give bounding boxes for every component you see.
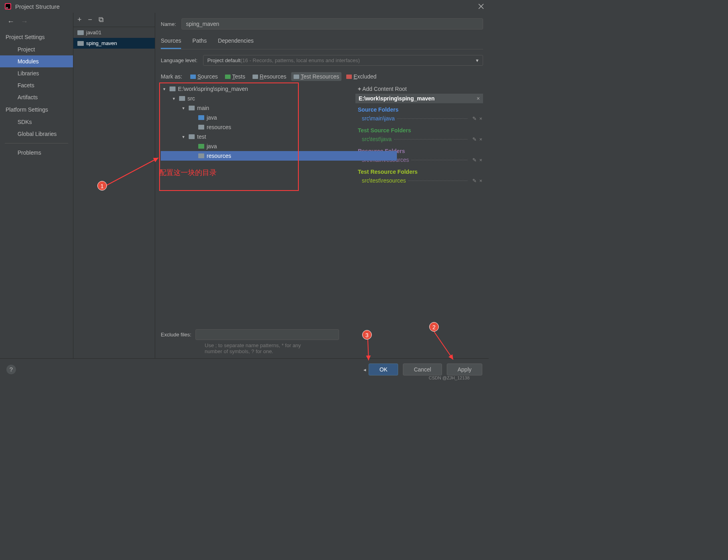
settings-sidebar: ← → Project Settings ProjectModulesLibra… <box>0 13 73 358</box>
folder-section: Test Source Folderssrc\test\java✎× <box>355 124 483 145</box>
sidebar-item-sdks[interactable]: SDKs <box>0 116 73 128</box>
mark-tests[interactable]: Tests <box>223 72 248 81</box>
add-content-root-button[interactable]: + Add Content Root <box>355 84 483 94</box>
module-item[interactable]: java01 <box>73 27 155 38</box>
edit-icon[interactable]: ✎ <box>472 157 477 163</box>
remove-root-icon[interactable]: × <box>477 95 480 102</box>
source-tree: ▾E:\work\spring\sping_maven▾src▾mainjava… <box>161 84 353 329</box>
edit-icon[interactable]: ✎ <box>472 116 477 122</box>
sidebar-item-libraries[interactable]: Libraries <box>0 67 73 79</box>
chevron-down-icon: ▾ <box>182 106 186 111</box>
language-level-label: Language level: <box>161 57 197 63</box>
folder-icon <box>189 134 195 139</box>
annotation-badge-3: 3 <box>362 330 372 340</box>
window-title: Project Structure <box>15 3 60 10</box>
copy-module-icon[interactable]: ⧉ <box>99 16 104 24</box>
modules-column: + − ⧉ java01sping_maven <box>73 13 155 358</box>
sidebar-item-global-libraries[interactable]: Global Libraries <box>0 128 73 140</box>
svg-rect-2 <box>6 8 8 8</box>
module-name-input[interactable] <box>182 18 483 29</box>
close-icon[interactable] <box>478 4 484 9</box>
tab-dependencies[interactable]: Dependencies <box>218 37 254 49</box>
chevron-down-icon: ▾ <box>476 57 479 63</box>
watermark: CSDN @ZJH_12138 <box>429 375 470 380</box>
content-root-path: E:\work\spring\sping_maven × <box>355 94 483 103</box>
ok-button[interactable]: OK <box>369 364 398 375</box>
module-tabs: SourcesPathsDependencies <box>161 37 483 49</box>
sidebar-item-modules[interactable]: Modules <box>0 55 73 67</box>
tree-row[interactable]: resources <box>161 151 397 161</box>
mark-excluded[interactable]: Excluded <box>344 72 379 81</box>
folder-icon <box>77 30 84 35</box>
tree-row[interactable]: ▾E:\work\spring\sping_maven <box>161 84 353 94</box>
exclude-hint: Use ; to separate name patterns, * for a… <box>161 342 483 358</box>
sidebar-item-problems[interactable]: Problems <box>0 147 73 159</box>
tree-row[interactable]: ▾test <box>161 132 353 141</box>
annotation-badge-2: 2 <box>429 322 439 332</box>
section-project-settings: Project Settings <box>0 31 73 43</box>
tree-row[interactable]: resources <box>161 122 353 132</box>
tree-row[interactable]: ▾main <box>161 103 353 113</box>
chevron-down-icon: ▾ <box>182 134 186 140</box>
folder-icon <box>294 75 299 79</box>
tab-paths[interactable]: Paths <box>192 37 207 49</box>
mark-resources[interactable]: Resources <box>250 72 289 81</box>
folder-icon <box>198 144 204 149</box>
folder-section: Test Resource Folderssrc\test\resources✎… <box>355 165 483 186</box>
app-icon <box>5 3 11 10</box>
tree-row[interactable]: java <box>161 113 353 122</box>
exclude-files-input[interactable] <box>195 329 339 340</box>
exclude-files-label: Exclude files: <box>161 332 191 338</box>
sidebar-item-facets[interactable]: Facets <box>0 79 73 91</box>
edit-icon[interactable]: ✎ <box>472 178 477 184</box>
chevron-down-icon: ▾ <box>163 86 167 92</box>
nav-back-icon[interactable]: ← <box>7 18 14 26</box>
sidebar-item-artifacts[interactable]: Artifacts <box>0 91 73 103</box>
sidebar-divider <box>5 143 68 143</box>
add-module-icon[interactable]: + <box>77 16 82 24</box>
folder-icon <box>253 75 258 79</box>
tab-sources[interactable]: Sources <box>161 37 181 49</box>
edit-icon[interactable]: ✎ <box>472 136 477 142</box>
close-icon[interactable]: × <box>479 178 482 184</box>
mark-as-label: Mark as: <box>161 73 182 80</box>
close-icon[interactable]: × <box>479 157 482 163</box>
name-label: Name: <box>161 21 176 27</box>
annotation-badge-1: 1 <box>97 181 107 191</box>
apply-button[interactable]: Apply <box>447 364 482 375</box>
cancel-button[interactable]: Cancel <box>403 364 442 375</box>
close-icon[interactable]: × <box>479 116 482 122</box>
folder-icon <box>189 106 195 110</box>
tree-row[interactable]: java <box>161 141 353 151</box>
chevron-down-icon: ▾ <box>173 96 177 101</box>
sidebar-item-project[interactable]: Project <box>0 43 73 55</box>
arrow-indicator-icon: ◂ <box>363 367 366 373</box>
tree-row[interactable]: ▾src <box>161 94 353 103</box>
language-level-select[interactable]: Project default (16 - Records, patterns,… <box>203 55 483 66</box>
mark-sources[interactable]: Sources <box>188 72 220 81</box>
annotation-text-1: 配置这一块的目录 <box>159 168 353 177</box>
close-icon[interactable]: × <box>479 136 482 142</box>
folder-icon <box>190 75 196 79</box>
remove-module-icon[interactable]: − <box>88 16 93 24</box>
nav-forward-icon: → <box>21 18 28 26</box>
folder-icon <box>179 96 185 101</box>
section-platform-settings: Platform Settings <box>0 103 73 116</box>
help-icon[interactable]: ? <box>6 365 16 374</box>
folder-icon <box>225 75 231 79</box>
folder-icon <box>198 153 204 158</box>
folder-icon <box>77 41 84 46</box>
mark-test-resources[interactable]: Test Resources <box>291 72 341 81</box>
module-item[interactable]: sping_maven <box>73 38 155 49</box>
folder-icon <box>198 125 204 130</box>
folder-section: Source Folderssrc\main\java✎× <box>355 103 483 124</box>
folder-icon <box>346 75 352 79</box>
folder-icon <box>198 115 204 120</box>
folder-icon <box>170 86 176 91</box>
